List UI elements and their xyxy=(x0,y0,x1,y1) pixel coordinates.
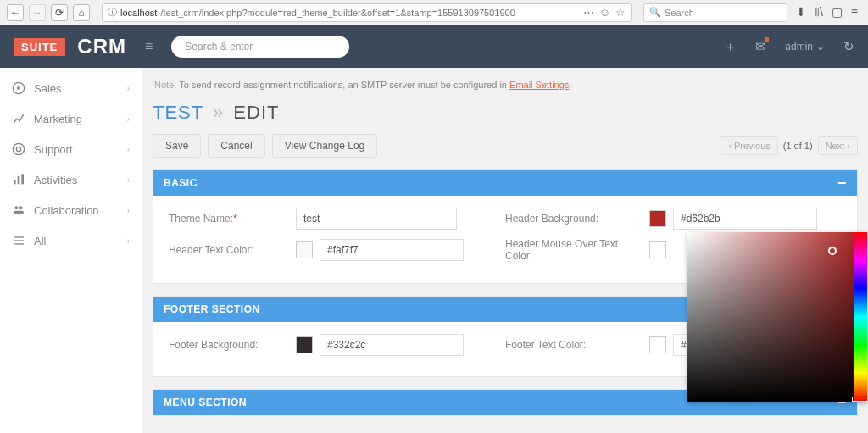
sidebar-item-label: Marketing xyxy=(34,113,82,125)
theme-name-input[interactable] xyxy=(296,208,457,230)
page-title-name: TEST xyxy=(153,102,203,123)
svg-point-2 xyxy=(13,143,24,154)
changelog-button[interactable]: View Change Log xyxy=(272,134,378,158)
panel-title: FOOTER SECTION xyxy=(164,303,260,315)
footer-bg-input[interactable] xyxy=(320,334,464,356)
sidebar: Sales › Marketing › Support › Activities… xyxy=(0,68,142,433)
home-button[interactable]: ⌂ xyxy=(73,4,90,21)
menu-icon[interactable]: ≡ xyxy=(851,5,858,19)
app-search-placeholder: Search & enter xyxy=(185,41,253,53)
more-icon[interactable]: ⋯ xyxy=(583,6,594,19)
svg-point-3 xyxy=(16,147,20,151)
search-placeholder: Search xyxy=(665,8,694,18)
sidebar-item-support[interactable]: Support › xyxy=(0,134,142,164)
add-icon[interactable]: ＋ xyxy=(724,39,737,55)
footer-bg-swatch[interactable] xyxy=(296,336,313,353)
page-count: (1 of 1) xyxy=(783,141,813,151)
library-icon[interactable]: ⦀\ xyxy=(815,5,823,19)
chevron-down-icon: ⌄ xyxy=(816,41,825,53)
header-text-input[interactable] xyxy=(320,239,464,261)
sidebar-item-label: All xyxy=(34,235,46,247)
url-host: localhost xyxy=(120,8,157,18)
bookmark-icon[interactable]: ☆ xyxy=(615,6,626,19)
svg-rect-6 xyxy=(21,174,24,184)
header-mouse-swatch[interactable] xyxy=(649,241,666,258)
header-bg-input[interactable] xyxy=(673,208,817,230)
browser-chrome: ← → ⟳ ⌂ ⓘ localhost/test_crm/index.php?m… xyxy=(0,0,868,25)
browser-search-input[interactable]: 🔍 Search xyxy=(643,3,787,22)
sidebar-item-marketing[interactable]: Marketing › xyxy=(0,103,142,134)
svg-point-7 xyxy=(14,206,18,209)
notice-text: To send record assignment notifications,… xyxy=(179,80,509,90)
sidebar-item-sales[interactable]: Sales › xyxy=(0,73,142,103)
cancel-button[interactable]: Cancel xyxy=(208,134,264,158)
chevron-right-icon: › xyxy=(127,175,130,185)
header-bg-label: Header Background: xyxy=(505,213,632,225)
header-bg-swatch[interactable] xyxy=(649,210,666,227)
user-menu[interactable]: admin ⌄ xyxy=(785,41,825,53)
footer-text-label: Footer Text Color: xyxy=(505,339,632,351)
panel-title: BASIC xyxy=(164,177,198,189)
color-picker[interactable] xyxy=(687,232,867,402)
header-text-label: Header Text Color: xyxy=(169,244,279,256)
sidebar-item-all[interactable]: All › xyxy=(0,225,142,256)
color-picker-saturation[interactable] xyxy=(687,232,854,402)
url-bar: ⓘ localhost/test_crm/index.php?module=re… xyxy=(102,3,632,22)
next-button[interactable]: Next › xyxy=(818,136,858,155)
hamburger-icon[interactable]: ≡ xyxy=(145,39,153,54)
chevron-right-icon: › xyxy=(127,84,130,93)
user-name: admin xyxy=(785,41,813,53)
notifications-icon[interactable]: ✉ xyxy=(755,39,766,54)
bar-icon xyxy=(12,173,25,186)
sidebar-item-collaboration[interactable]: Collaboration › xyxy=(0,195,142,225)
sidebar-item-label: Sales xyxy=(34,82,62,95)
svg-rect-4 xyxy=(14,180,16,184)
sidebar-item-label: Collaboration xyxy=(34,204,99,217)
list-icon xyxy=(12,234,25,247)
chevron-right-icon: › xyxy=(127,145,130,154)
app-search-input[interactable]: Search & enter xyxy=(171,36,349,58)
page-title-separator: » xyxy=(213,102,224,123)
back-button[interactable]: ← xyxy=(7,4,24,21)
info-icon: ⓘ xyxy=(108,6,117,19)
chevron-right-icon: › xyxy=(127,236,130,246)
reader-icon[interactable]: ☺ xyxy=(599,6,610,19)
footer-bg-label: Footer Background: xyxy=(169,339,279,351)
notice-bar: Note: To send record assignment notifica… xyxy=(153,76,858,102)
prev-button[interactable]: ‹ Previous xyxy=(721,136,778,155)
theme-name-label: Theme Name:* xyxy=(169,213,279,225)
svg-rect-5 xyxy=(18,176,20,184)
download-icon[interactable]: ⬇ xyxy=(796,5,806,19)
action-row: Save Cancel View Change Log ‹ Previous (… xyxy=(153,134,858,158)
sidebar-item-activities[interactable]: Activities › xyxy=(0,164,142,195)
chart-icon xyxy=(12,112,25,125)
panel-header-basic: BASIC − xyxy=(153,170,857,196)
logo-crm: CRM xyxy=(77,35,126,58)
collapse-icon[interactable]: − xyxy=(837,178,847,188)
group-icon xyxy=(12,203,25,217)
sidebar-item-label: Support xyxy=(34,143,73,156)
chevron-right-icon: › xyxy=(127,206,130,215)
save-button[interactable]: Save xyxy=(153,134,201,158)
color-picker-hue-handle[interactable] xyxy=(852,397,868,402)
svg-rect-10 xyxy=(14,236,24,237)
url-input[interactable]: ⓘ localhost/test_crm/index.php?module=re… xyxy=(102,3,632,22)
notice-link[interactable]: Email Settings xyxy=(509,80,569,90)
forward-button[interactable]: → xyxy=(29,4,46,21)
browser-tools: ⬇ ⦀\ ▢ ≡ xyxy=(793,5,861,19)
search-icon: 🔍 xyxy=(649,7,661,18)
header-text-swatch[interactable] xyxy=(296,241,313,258)
history-icon[interactable]: ↻ xyxy=(843,39,854,54)
sidebar-item-label: Activities xyxy=(34,174,77,186)
svg-rect-9 xyxy=(14,211,24,214)
footer-text-swatch[interactable] xyxy=(649,336,666,353)
color-picker-cursor[interactable] xyxy=(828,247,837,255)
color-picker-hue[interactable] xyxy=(854,232,867,402)
svg-point-1 xyxy=(17,86,20,90)
content-area: Note: To send record assignment notifica… xyxy=(142,68,868,433)
logo-suite: SUITE xyxy=(14,38,65,56)
header-mouse-label: Header Mouse Over Text Color: xyxy=(505,238,632,263)
main-area: Sales › Marketing › Support › Activities… xyxy=(0,68,868,433)
sidebar-icon[interactable]: ▢ xyxy=(832,5,843,19)
refresh-button[interactable]: ⟳ xyxy=(51,4,68,21)
